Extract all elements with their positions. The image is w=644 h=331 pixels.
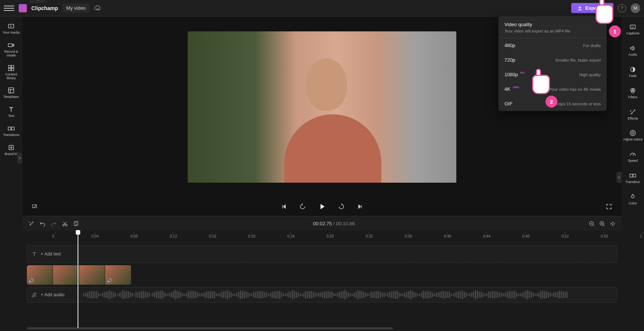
text-icon <box>7 106 15 113</box>
ruler-tick: 1 <box>640 234 642 238</box>
adjust-icon <box>629 129 637 137</box>
magic-tool-icon[interactable] <box>28 221 34 227</box>
ruler-tick: 0 <box>52 234 54 238</box>
right-item-filters[interactable]: Filters <box>622 83 643 103</box>
expand-left-panel[interactable] <box>17 152 22 164</box>
ruler-tick: 0:08 <box>131 234 138 238</box>
app-name: Clipchamp <box>31 5 58 11</box>
ruler-tick: 0:24 <box>287 234 294 238</box>
sidebar-item-text[interactable]: Text <box>1 103 22 121</box>
video-name-field[interactable]: My video <box>63 4 90 12</box>
split-button[interactable] <box>62 221 68 227</box>
text-track[interactable]: + Add text <box>27 245 617 263</box>
collapse-timeline[interactable] <box>30 0 46 3</box>
ruler-tick: 0:40 <box>444 234 451 238</box>
ruler-tick: 0:32 <box>366 234 373 238</box>
timeline-scrollbar[interactable] <box>22 327 622 331</box>
ruler-tick: 0:52 <box>562 234 569 238</box>
svg-rect-3 <box>12 65 14 68</box>
collapse-right-panel[interactable] <box>616 172 622 183</box>
svg-rect-4 <box>9 68 11 71</box>
record-icon <box>7 41 15 49</box>
player-controls <box>22 197 622 216</box>
svg-rect-1 <box>8 44 12 47</box>
export-option-4k[interactable]: 4KUHD Your video has no 4K media <box>498 82 607 96</box>
topbar: Clipchamp My video Export ? M <box>0 0 644 16</box>
transition-icon <box>629 172 637 179</box>
play-button[interactable] <box>316 201 328 213</box>
export-button[interactable]: Export <box>571 3 613 13</box>
export-option-720p[interactable]: 720p Smaller file, faster export <box>498 53 607 67</box>
right-item-color[interactable]: Color <box>622 189 643 209</box>
help-button[interactable]: ? <box>618 4 626 12</box>
sidebar-item-templates[interactable]: Templates <box>1 84 22 102</box>
svg-point-24 <box>630 130 635 136</box>
zoom-in-button[interactable] <box>599 221 605 227</box>
color-icon <box>629 193 637 201</box>
svg-rect-6 <box>9 88 14 93</box>
sidebar-item-record-create[interactable]: Record & create <box>1 38 22 61</box>
seek-back-button[interactable] <box>297 201 308 212</box>
sidebar-item-content-library[interactable]: Content library <box>1 61 22 83</box>
user-avatar[interactable]: M <box>631 3 640 13</box>
ruler-tick: 0:12 <box>170 234 177 238</box>
speaker-icon: 🔊 <box>28 278 34 283</box>
svg-rect-27 <box>633 174 636 177</box>
speed-icon <box>629 151 637 158</box>
fullscreen-button[interactable] <box>604 201 614 212</box>
menu-icon[interactable] <box>4 3 14 13</box>
right-item-fade[interactable]: Fade <box>622 62 643 82</box>
copy-button[interactable] <box>73 221 79 227</box>
video-clip[interactable]: 🔊 🔊 <box>27 265 131 285</box>
svg-rect-2 <box>9 65 11 68</box>
sidebar-item-your-media[interactable]: Your media <box>1 19 22 38</box>
audio-track[interactable]: + Add audio <box>27 287 617 303</box>
timeline-ruler[interactable]: 00:040:080:120:160:200:240:280:320:360:4… <box>22 231 622 241</box>
zoom-out-button[interactable] <box>589 221 595 227</box>
sidebar-item-transitions[interactable]: Transitions <box>1 122 22 140</box>
export-option-1080p[interactable]: 1080pHD High quality <box>498 67 607 82</box>
text-track-icon <box>32 251 37 257</box>
video-track[interactable]: 🔊 🔊 <box>27 265 617 285</box>
right-item-adjust-colors[interactable]: Adjust colors <box>622 126 643 145</box>
export-quality-popup: Video quality Your video will export as … <box>498 16 607 111</box>
svg-point-12 <box>63 225 64 226</box>
svg-point-25 <box>632 132 634 134</box>
right-item-speed[interactable]: Speed <box>622 147 643 167</box>
ruler-tick: 0:28 <box>326 234 334 238</box>
ruler-tick: 0:48 <box>522 234 529 238</box>
ruler-tick: 0:36 <box>405 234 412 238</box>
playhead[interactable] <box>78 231 78 328</box>
redo-button[interactable] <box>51 221 57 227</box>
right-item-captions[interactable]: cc Captions <box>622 19 643 39</box>
mute-preview-icon[interactable] <box>30 201 40 212</box>
svg-rect-7 <box>8 127 11 130</box>
timeline-time: 00:02.75 / 00:10.86 <box>84 221 584 226</box>
fit-timeline-button[interactable] <box>610 221 616 227</box>
ruler-tick: 0:20 <box>248 234 255 238</box>
video-preview[interactable] <box>188 31 456 183</box>
export-option-480p[interactable]: 480p For drafts <box>498 38 607 53</box>
filters-icon <box>629 87 637 95</box>
seek-end-button[interactable] <box>355 201 365 212</box>
ruler-tick: 0:56 <box>601 234 608 238</box>
speaker-icon: 🔊 <box>107 278 112 283</box>
export-option-gif[interactable]: GIF For clips 15 seconds or less <box>498 96 607 111</box>
timeline-tracks: + Add text 🔊 🔊 + Add audio <box>22 241 622 327</box>
right-item-effects[interactable]: Effects <box>622 105 643 124</box>
right-item-transition[interactable]: Transition <box>622 168 643 188</box>
seek-forward-button[interactable] <box>336 201 347 212</box>
ruler-tick: 0:04 <box>91 234 99 238</box>
timeline-toolbar: 00:02.75 / 00:10.86 <box>22 216 622 231</box>
undo-button[interactable] <box>40 221 46 227</box>
right-rail: cc Captions Audio Fade Filters Effects A… <box>622 16 644 331</box>
seek-start-button[interactable] <box>279 201 289 212</box>
right-item-audio[interactable]: Audio <box>622 41 643 61</box>
popup-subtitle: Your video will export as an MP4 file <box>504 29 601 33</box>
export-label: Export <box>585 5 601 11</box>
cloud-sync-icon <box>94 5 101 11</box>
svg-point-13 <box>66 225 67 226</box>
popup-title: Video quality <box>504 22 601 27</box>
svg-rect-26 <box>630 174 632 177</box>
svg-rect-8 <box>12 127 14 130</box>
